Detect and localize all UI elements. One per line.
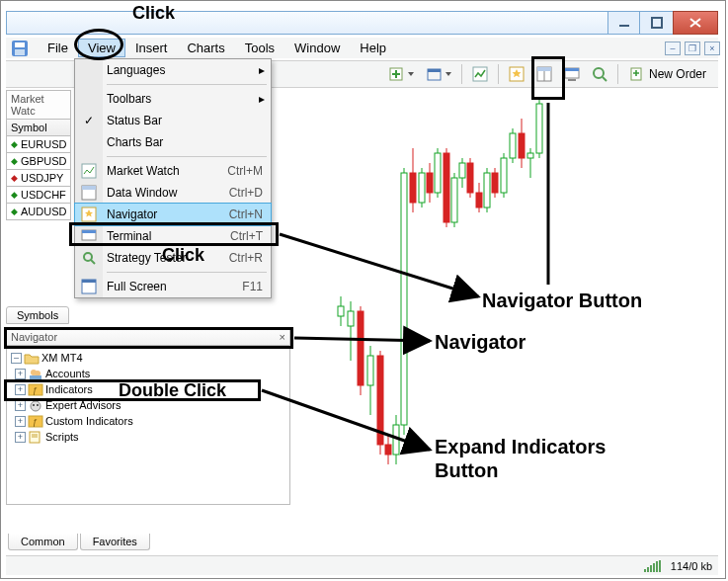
menu-item-market-watch[interactable]: Market WatchCtrl+M [75, 160, 271, 182]
tree-item-label: Expert Advisors [45, 399, 121, 411]
menu-item-label: Languages [107, 63, 165, 77]
tab-common[interactable]: Common [8, 534, 78, 550]
menu-charts[interactable]: Charts [177, 39, 234, 57]
scr-icon [28, 430, 43, 444]
acc-icon [28, 367, 43, 380]
navigator-close-icon[interactable]: × [280, 331, 285, 343]
svg-rect-1 [652, 18, 662, 28]
menu-item-languages[interactable]: Languages▸ [75, 59, 271, 81]
symbol-label: EURUSD [21, 138, 66, 150]
close-button[interactable] [673, 11, 718, 35]
collapse-icon[interactable]: – [11, 353, 22, 364]
svg-rect-81 [501, 158, 507, 193]
expand-icon[interactable]: + [15, 384, 26, 395]
menu-help[interactable]: Help [350, 39, 396, 57]
candlestick-chart[interactable] [292, 90, 717, 544]
market-watch-row[interactable]: ◆GBPUSD [6, 153, 71, 170]
profiles-button[interactable] [421, 63, 456, 85]
navigator-title-bar[interactable]: Navigator × [6, 328, 290, 346]
svg-rect-43 [338, 306, 344, 316]
ea-icon [28, 398, 43, 412]
tree-item-scripts[interactable]: +Scripts [9, 429, 287, 445]
mdi-minimize-button[interactable]: – [665, 42, 681, 55]
market-watch-row[interactable]: ◆USDCHF [6, 187, 71, 204]
expand-icon[interactable]: + [15, 369, 26, 379]
menu-tools[interactable]: Tools [235, 39, 284, 57]
menu-insert[interactable]: Insert [125, 39, 178, 57]
expand-icon[interactable]: + [15, 400, 26, 411]
menu-item-label: Status Bar [107, 114, 162, 127]
menu-item-label: Data Window [107, 186, 177, 200]
strategy-tester-button[interactable] [587, 63, 612, 85]
tree-item-custom-indicators[interactable]: +ƒCustom Indicators [9, 413, 287, 429]
shortcut-label: Ctrl+M [227, 164, 263, 178]
svg-rect-3 [15, 42, 25, 47]
tree-item-indicators[interactable]: +ƒIndicators [9, 381, 287, 397]
minimize-button[interactable] [607, 12, 639, 34]
tree-item-accounts[interactable]: +Accounts [9, 366, 287, 381]
menu-item-charts-bar[interactable]: Charts Bar [75, 131, 271, 153]
svg-rect-47 [358, 311, 364, 385]
nav-icon [80, 206, 98, 223]
svg-rect-15 [568, 79, 576, 81]
expand-icon[interactable]: + [15, 432, 26, 443]
maximize-button[interactable] [639, 12, 673, 34]
navigator-tabs: Common Favorites [8, 534, 152, 550]
svg-rect-71 [459, 163, 465, 178]
svg-rect-11 [537, 67, 551, 71]
market-watch-row[interactable]: ◆USDJPY [6, 170, 71, 187]
svg-rect-45 [348, 311, 354, 326]
menu-item-strategy-tester[interactable]: Strategy TesterCtrl+R [75, 247, 271, 269]
symbols-tab[interactable]: Symbols [6, 306, 69, 324]
svg-rect-89 [536, 104, 542, 153]
new-order-icon [629, 66, 645, 82]
tree-root[interactable]: –XM MT4 [11, 350, 287, 366]
svg-rect-87 [527, 153, 533, 158]
market-watch-header: Symbol [6, 120, 71, 136]
terminal-button[interactable] [559, 63, 585, 85]
mdi-close-button[interactable]: × [704, 42, 720, 55]
svg-rect-79 [492, 173, 498, 193]
menu-item-toolbars[interactable]: Toolbars▸ [75, 88, 271, 110]
direction-icon: ◆ [11, 156, 18, 166]
svg-rect-85 [519, 133, 525, 158]
market-watch-panel: Market Watc Symbol ◆EURUSD◆GBPUSD◆USDJPY… [6, 90, 71, 208]
navigator-button[interactable] [504, 63, 529, 85]
toolbar-sep [461, 64, 462, 84]
menu-item-status-bar[interactable]: ✓Status Bar [75, 110, 271, 131]
mdi-restore-button[interactable]: ❐ [685, 42, 700, 55]
market-watch-row[interactable]: ◆AUDUSD [6, 204, 71, 220]
new-chart-button[interactable] [383, 63, 419, 85]
menu-window[interactable]: Window [284, 39, 350, 57]
new-order-button[interactable]: New Order [623, 63, 712, 85]
menu-item-full-screen[interactable]: Full ScreenF11 [75, 276, 271, 297]
menu-item-navigator[interactable]: NavigatorCtrl+N [75, 204, 271, 225]
menu-item-data-window[interactable]: Data WindowCtrl+D [75, 182, 271, 204]
connection-bars-icon [644, 560, 661, 572]
status-bar: 114/0 kb [6, 555, 718, 575]
menu-item-label: Navigator [107, 208, 157, 221]
tree-item-expert-advisors[interactable]: +Expert Advisors [9, 397, 287, 413]
menu-view[interactable]: View [78, 39, 125, 57]
svg-rect-75 [476, 193, 482, 208]
svg-point-36 [37, 404, 39, 406]
svg-rect-14 [565, 68, 579, 71]
menu-item-terminal[interactable]: TerminalCtrl+T [75, 225, 271, 247]
market-watch-row[interactable]: ◆EURUSD [6, 136, 71, 153]
tree-item-label: Custom Indicators [45, 415, 133, 427]
svg-rect-0 [619, 25, 629, 27]
expand-icon[interactable]: + [15, 416, 26, 427]
market-watch-button[interactable] [467, 63, 493, 85]
svg-text:ƒ: ƒ [33, 385, 38, 395]
mdi-controls: – ❐ × [665, 38, 720, 58]
data-window-button[interactable] [531, 63, 557, 85]
tree-item-label: Accounts [45, 368, 90, 379]
tab-favorites[interactable]: Favorites [80, 534, 150, 550]
ind-icon: ƒ [28, 382, 43, 396]
market-watch-title: Market Watc [6, 90, 71, 120]
symbol-label: GBPUSD [21, 155, 66, 167]
menu-item-label: Charts Bar [107, 135, 163, 149]
menu-file[interactable]: File [38, 39, 78, 57]
new-order-label: New Order [649, 67, 706, 81]
menu-separator [107, 84, 267, 85]
